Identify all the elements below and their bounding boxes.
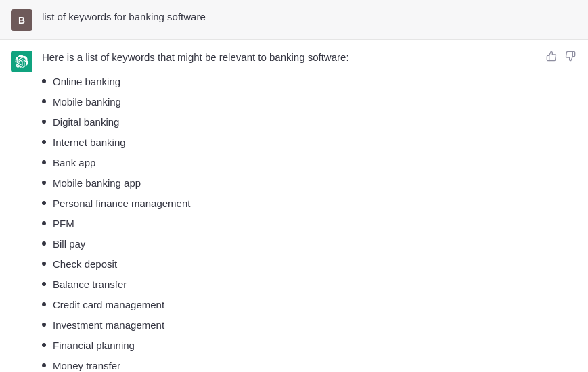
keyword-text: Money transfer [53, 358, 120, 372]
bullet-icon [42, 241, 46, 246]
bullet-icon [42, 99, 46, 103]
bullet-icon [42, 79, 46, 83]
list-item: Bill pay [42, 236, 577, 252]
list-item: Online banking [42, 74, 577, 90]
thumbup-icon [546, 51, 557, 62]
keyword-text: Financial planning [53, 338, 135, 354]
list-item: Digital banking [42, 114, 577, 131]
keyword-text: PFM [53, 216, 74, 232]
user-avatar: B [11, 9, 32, 31]
list-item: Investment management [42, 317, 577, 333]
list-item: Money transfer [42, 358, 577, 372]
bullet-icon [42, 363, 46, 367]
bullet-icon [42, 282, 46, 286]
keyword-text: Bill pay [53, 236, 85, 252]
list-item: PFM [42, 216, 577, 232]
keyword-text: Check deposit [53, 256, 117, 273]
keyword-text: Digital banking [53, 114, 119, 131]
thumbup-button[interactable] [545, 49, 558, 63]
keyword-text: Mobile banking [53, 94, 121, 110]
openai-logo-icon [15, 55, 28, 68]
list-item: Check deposit [42, 256, 577, 273]
list-item: Balance transfer [42, 277, 577, 293]
list-item: Personal finance management [42, 195, 577, 212]
user-avatar-letter: B [18, 15, 25, 26]
keyword-text: Investment management [53, 317, 164, 333]
bullet-icon [42, 201, 46, 205]
list-item: Internet banking [42, 135, 577, 151]
keyword-text: Online banking [53, 74, 120, 90]
assistant-message-row: Here is a list of keywords that might be… [0, 39, 588, 372]
assistant-intro: Here is a list of keywords that might be… [42, 49, 577, 66]
keyword-text: Mobile banking app [53, 175, 141, 191]
keyword-text: Internet banking [53, 135, 126, 151]
keyword-text: Balance transfer [53, 277, 127, 293]
keyword-list: Online bankingMobile bankingDigital bank… [42, 74, 577, 372]
bullet-icon [42, 120, 46, 124]
thumbdown-icon [565, 51, 576, 62]
user-message-text: list of keywords for banking software [42, 8, 206, 22]
bullet-icon [42, 343, 46, 347]
bullet-icon [42, 140, 46, 144]
bullet-icon [42, 160, 46, 164]
list-item: Mobile banking app [42, 175, 577, 191]
keyword-text: Bank app [53, 155, 95, 171]
keyword-text: Credit card management [53, 297, 164, 313]
bullet-icon [42, 181, 46, 185]
keyword-text: Personal finance management [53, 195, 190, 212]
assistant-content: Here is a list of keywords that might be… [42, 49, 577, 372]
bullet-icon [42, 302, 46, 306]
feedback-buttons [545, 49, 577, 63]
bullet-icon [42, 221, 46, 225]
list-item: Financial planning [42, 338, 577, 354]
list-item: Bank app [42, 155, 577, 171]
thumbdown-button[interactable] [564, 49, 577, 63]
bullet-icon [42, 262, 46, 266]
list-item: Mobile banking [42, 94, 577, 110]
assistant-avatar [11, 51, 32, 72]
bullet-icon [42, 323, 46, 327]
list-item: Credit card management [42, 297, 577, 313]
user-message-row: B list of keywords for banking software [0, 0, 588, 39]
